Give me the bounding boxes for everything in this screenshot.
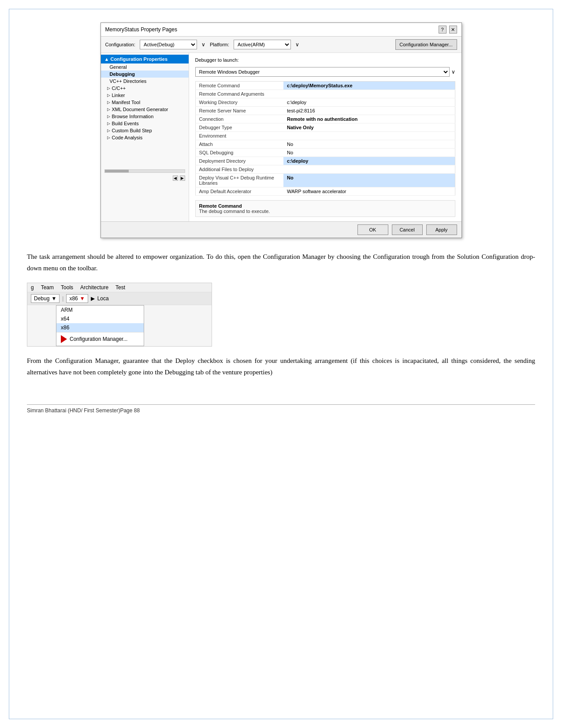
dialog-content: Debugger to launch: Remote Windows Debug…: [189, 53, 462, 221]
scroll-left-btn[interactable]: ◀: [173, 175, 178, 181]
apply-button[interactable]: Apply: [426, 224, 457, 235]
prop-name: Deploy Visual C++ Debug Runtime Librarie…: [195, 174, 283, 187]
prop-value: [283, 90, 455, 98]
table-row: Remote Command c:\deploy\MemoryStatus.ex…: [195, 82, 455, 90]
dialog-bottom-bar: OK Cancel Apply: [101, 221, 462, 238]
table-row: Debugger Type Native Only: [195, 123, 455, 132]
prop-value: Native Only: [283, 123, 455, 132]
config-dropdown-box[interactable]: Debug ▼: [31, 294, 60, 303]
menu-item-tools[interactable]: Tools: [61, 284, 73, 291]
table-row: SQL Debugging No: [195, 149, 455, 157]
prop-value: WARP software accelerator: [283, 187, 455, 196]
info-desc: The debug command to execute.: [199, 209, 451, 214]
platform-dropdown-box[interactable]: x86 ▼: [66, 294, 88, 303]
menu-item-team[interactable]: Team: [41, 284, 54, 291]
sidebar-section-config[interactable]: ▲ Configuration Properties: [101, 55, 189, 63]
arrow-box: [61, 334, 67, 344]
prop-value: test-pi2:8116: [283, 107, 455, 115]
expand-icon-xml: ▷: [107, 107, 110, 112]
sidebar-item-general[interactable]: General: [101, 63, 189, 71]
dialog-titlebar: MemoryStatus Property Pages ? ✕: [101, 23, 462, 37]
scroll-right-btn[interactable]: ▶: [180, 175, 185, 181]
platform-dropdown-value: x86: [69, 295, 78, 302]
ok-button[interactable]: OK: [357, 224, 388, 235]
dialog-controls: ? ✕: [439, 26, 457, 34]
config-manager-button[interactable]: Configuration Manager...: [395, 39, 457, 50]
dropdown-config-manager[interactable]: Configuration Manager...: [56, 332, 144, 346]
run-icon: ▶: [91, 295, 95, 302]
sidebar-item-xml[interactable]: ▷ XML Document Generator: [101, 106, 189, 113]
sidebar-item-vc-directories[interactable]: VC++ Directories: [101, 78, 189, 85]
page-container: MemoryStatus Property Pages ? ✕ Configur…: [9, 9, 553, 719]
dialog-body: ▲ Configuration Properties General Debug…: [101, 53, 462, 221]
prop-value: c:\deploy: [283, 157, 455, 165]
sidebar-item-code-analysis[interactable]: ▷ Code Analysis: [101, 134, 189, 141]
config-select[interactable]: Active(Debug): [140, 40, 197, 49]
sidebar-item-browse[interactable]: ▷ Browse Information: [101, 113, 189, 120]
menu-item-test[interactable]: Test: [115, 284, 125, 291]
platform-label: Platform:: [210, 42, 229, 47]
menu-item-architecture[interactable]: Architecture: [80, 284, 108, 291]
dropdown-arm[interactable]: ARM: [56, 306, 144, 314]
cancel-button[interactable]: Cancel: [392, 224, 423, 235]
page-footer: Simran Bhattarai (HND/ First Semester)Pa…: [27, 404, 535, 414]
config-manager-label: Configuration Manager...: [70, 336, 127, 342]
platform-arrow-icon: ∨: [295, 41, 299, 48]
debugger-label: Debugger to launch:: [195, 57, 239, 63]
separator: |: [62, 295, 63, 302]
table-row: Environment: [195, 132, 455, 140]
config-dropdown-value: Debug: [34, 295, 49, 302]
prop-name: Attach: [195, 140, 283, 149]
prop-name: Debugger Type: [195, 123, 283, 132]
prop-name: Working Directory: [195, 98, 283, 107]
sidebar-item-debugging[interactable]: Debugging: [101, 71, 189, 78]
footer-text: Simran Bhattarai (HND/ First Semester)Pa…: [27, 407, 140, 414]
debugger-dropdown[interactable]: Remote Windows Debugger: [195, 67, 450, 77]
menu-item-g[interactable]: g: [31, 284, 34, 291]
toolbar-screenshot: g Team Tools Architecture Test Debug ▼ |…: [27, 283, 212, 347]
platform-select[interactable]: Active(ARM): [234, 40, 291, 49]
body-paragraph-1: The task arrangement should be altered t…: [27, 251, 535, 274]
config-dropdown-arrow: ▼: [51, 295, 56, 302]
prop-value: c:\deploy\MemoryStatus.exe: [283, 82, 455, 90]
red-arrow-icon: [61, 335, 67, 343]
prop-value: c:\deploy: [283, 98, 455, 107]
debugger-arrow-icon: ∨: [451, 69, 455, 75]
expand-icon-code: ▷: [107, 135, 110, 140]
dropdown-x86[interactable]: x86: [56, 323, 144, 332]
table-row: Amp Default Accelerator WARP software ac…: [195, 187, 455, 196]
prop-name: Connection: [195, 115, 283, 123]
sidebar-item-cpp[interactable]: ▷ C/C++: [101, 85, 189, 92]
table-row: Remote Server Name test-pi2:8116: [195, 107, 455, 115]
table-row: Working Directory c:\deploy: [195, 98, 455, 107]
table-row: Connection Remote with no authentication: [195, 115, 455, 123]
prop-value: No: [283, 149, 455, 157]
prop-name: Deployment Directory: [195, 157, 283, 165]
prop-value: [283, 132, 455, 140]
loca-label: Loca: [97, 295, 109, 302]
toolbar-row: Debug ▼ | x86 ▼ ▶ Loca: [27, 292, 212, 305]
table-row: Deployment Directory c:\deploy: [195, 157, 455, 165]
expand-icon-linker: ▷: [107, 93, 110, 97]
platform-dropdown-list: ARM x64 x86 Configuration Manager...: [56, 305, 144, 346]
prop-value: No: [283, 174, 455, 187]
sidebar-item-linker[interactable]: ▷ Linker: [101, 92, 189, 99]
dialog-title: MemoryStatus Property Pages: [105, 26, 177, 33]
sidebar-item-custom-build[interactable]: ▷ Custom Build Step: [101, 127, 189, 134]
dropdown-x64[interactable]: x64: [56, 314, 144, 323]
platform-dropdown-arrow: ▼: [80, 295, 85, 302]
sidebar-item-manifest[interactable]: ▷ Manifest Tool: [101, 99, 189, 106]
prop-name: Environment: [195, 132, 283, 140]
close-button[interactable]: ✕: [449, 26, 457, 34]
help-button[interactable]: ?: [439, 26, 447, 34]
prop-name: Remote Command: [195, 82, 283, 90]
config-arrow-icon: ∨: [201, 41, 205, 48]
properties-table: Remote Command c:\deploy\MemoryStatus.ex…: [195, 81, 455, 196]
property-pages-dialog: MemoryStatus Property Pages ? ✕ Configur…: [100, 22, 462, 238]
table-row: Attach No: [195, 140, 455, 149]
prop-value: No: [283, 140, 455, 149]
expand-icon-cpp: ▷: [107, 86, 110, 90]
expand-icon-browse: ▷: [107, 114, 110, 119]
config-label: Configuration:: [105, 42, 136, 47]
sidebar-item-build-events[interactable]: ▷ Build Events: [101, 120, 189, 127]
